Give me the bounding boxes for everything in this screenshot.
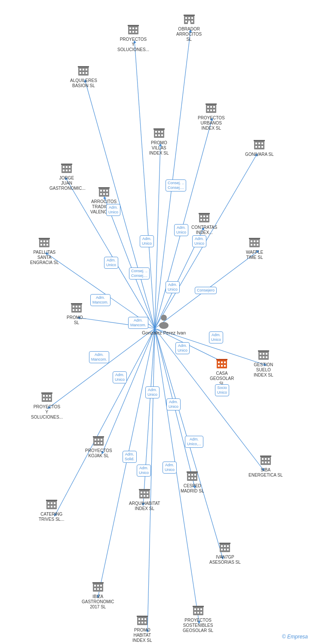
svg-rect-107 [249, 239, 260, 247]
node-proyectos-sol1[interactable]: PROYECTOSYSOLUCIONES... [117, 22, 149, 52]
role-badge-r17[interactable]: Adm.Unico [145, 386, 160, 398]
role-badge-r6[interactable]: Adm.Unico [104, 257, 118, 269]
node-ibiza[interactable]: IBIZAGASTRONOMIC2017 SL [82, 580, 114, 610]
node-gonivara[interactable]: GONIVARA SL [245, 137, 274, 157]
svg-rect-63 [255, 146, 257, 148]
svg-rect-205 [141, 618, 143, 620]
svg-rect-119 [73, 309, 74, 311]
node-promo-habitat[interactable]: PROMOHABITATINDEX SL [132, 613, 152, 643]
role-badge-r13[interactable]: Adm.Unico [209, 331, 223, 343]
role-badge-r8[interactable]: Adm.Unico [166, 281, 180, 293]
building-icon-waffle [248, 235, 261, 249]
node-ivan7gp[interactable]: IVAN7GPASESORIAS SL [209, 540, 241, 565]
svg-rect-77 [158, 131, 160, 133]
svg-rect-78 [161, 131, 163, 133]
node-proyectos-sol2[interactable]: PROYECTOSYSOLUCIONES... [31, 390, 63, 420]
role-badge-r11[interactable]: Adm.Mancom. [128, 317, 148, 329]
node-label-contratas: CONTRATASINDEX... [191, 225, 217, 235]
graph-container: Gonzalez Perez Ivan OBRADORARROCITOSSL [0, 0, 313, 644]
node-label-proyectos-sol2: PROYECTOSYSOLUCIONES... [31, 404, 63, 420]
node-jorge-juan[interactable]: JORGEJUANGASTRONOMIC... [49, 161, 84, 191]
role-badge-r12[interactable]: Adm.Mancom. [89, 351, 109, 363]
role-badge-r4[interactable]: Adm.Unico [174, 224, 188, 236]
svg-rect-203 [137, 617, 147, 625]
svg-rect-192 [224, 549, 226, 550]
building-icon-promo-sl [70, 301, 83, 314]
node-promo-villas[interactable]: PROMOVILLASINDEX SL [149, 126, 169, 156]
role-badge-r2[interactable]: Adm.Unico [140, 235, 154, 247]
node-proyectos-kojak[interactable]: PROYECTOSKOJAK SL [85, 434, 112, 459]
svg-rect-147 [93, 437, 104, 446]
svg-rect-51 [206, 104, 216, 113]
svg-rect-198 [100, 585, 102, 586]
svg-rect-62 [261, 143, 263, 144]
node-waffle[interactable]: WAFFLETIME SL [246, 235, 263, 260]
svg-rect-50 [78, 66, 89, 67]
svg-rect-208 [141, 622, 143, 623]
svg-rect-109 [254, 240, 255, 242]
node-label-ibiza: IBIZAGASTRONOMIC2017 SL [82, 594, 114, 610]
building-icon-promo-habitat [135, 613, 149, 627]
node-paellitas[interactable]: PAELLITASSANTAENGRACIA SL [30, 235, 59, 265]
svg-rect-175 [262, 462, 264, 463]
node-alquileres[interactable]: ALQUILERESBASION SL [70, 64, 97, 88]
svg-rect-161 [147, 495, 148, 497]
role-badge-r18[interactable]: Adm.Unico [166, 398, 181, 410]
svg-rect-176 [265, 462, 267, 463]
node-catering[interactable]: CATERINGTRIVES SL... [39, 497, 64, 522]
role-badge-r22[interactable]: Adm.Unico [163, 462, 177, 474]
svg-rect-136 [221, 365, 223, 367]
svg-rect-186 [46, 500, 57, 501]
role-badge-r16[interactable]: Adm.Unico [113, 371, 127, 383]
node-siba[interactable]: SIBAENERGETICA SL [249, 453, 282, 478]
node-gestion-suelo[interactable]: GESTIONSUELOINDEX SL [254, 348, 273, 378]
role-badge-r21[interactable]: Adm.Unico [137, 465, 151, 477]
role-badge-r15[interactable]: SocioUnico [215, 384, 229, 396]
role-badge-r5[interactable]: Adm.Unico [192, 235, 206, 247]
node-cesped[interactable]: CESPEDMADRID SL [181, 469, 204, 494]
node-label-proyectos-urb: PROYECTOSURBANOSINDEX SL [198, 115, 225, 131]
role-badge-r7[interactable]: Consej. ..Consej.... [129, 267, 150, 279]
node-obrador[interactable]: OBRADORARROCITOSSL [176, 12, 202, 42]
svg-rect-179 [46, 501, 57, 509]
center-person[interactable]: Gonzalez Perez Ivan [142, 313, 186, 336]
building-icon-gonivara [252, 137, 266, 151]
svg-rect-207 [138, 622, 140, 623]
svg-rect-173 [265, 458, 267, 460]
svg-rect-129 [266, 356, 267, 358]
role-badge-r9[interactable]: Consejero [195, 287, 217, 294]
svg-rect-89 [106, 193, 108, 195]
svg-rect-154 [93, 436, 104, 437]
node-arquihabitat[interactable]: ARQUIHABITATINDEX SL [129, 486, 160, 511]
role-badge-r19[interactable]: Adm.Unico,... [185, 436, 203, 448]
svg-rect-170 [187, 471, 198, 473]
svg-rect-76 [155, 131, 157, 133]
node-promo-sl[interactable]: PROMO...SL [67, 301, 86, 325]
person-icon [156, 313, 172, 329]
svg-rect-140 [43, 395, 45, 397]
svg-rect-80 [158, 134, 160, 136]
svg-rect-64 [258, 146, 260, 148]
role-badge-r14[interactable]: Adm.Unico [175, 342, 190, 354]
role-badge-r1[interactable]: Adm.Unico [106, 204, 120, 216]
role-badge-r10[interactable]: Adm.Mancom. [90, 294, 110, 306]
svg-rect-48 [83, 72, 84, 74]
node-label-cesped: CESPEDMADRID SL [181, 483, 204, 494]
node-casa-geosolar[interactable]: CASAGEOSOLARSL [210, 356, 234, 386]
building-icon-arquihabitat [138, 486, 151, 500]
svg-rect-55 [207, 109, 209, 111]
svg-rect-124 [260, 353, 261, 355]
svg-rect-182 [54, 502, 55, 504]
building-icon-paellitas [37, 235, 51, 249]
role-badge-r20[interactable]: Adm.Solid. [123, 451, 137, 463]
role-badge-r3[interactable]: Consej. ..Consej.... [166, 179, 186, 191]
svg-rect-86 [106, 190, 108, 191]
node-label-obrador: OBRADORARROCITOSSL [176, 27, 202, 42]
node-proyectos-sos[interactable]: PROYECTOSSOSTENIBLESGEOSOLAR SL [183, 603, 213, 633]
building-icon-arrocitos [97, 185, 111, 198]
node-label-alquileres: ALQUILERESBASION SL [70, 78, 97, 88]
svg-rect-59 [254, 141, 264, 149]
node-contratas[interactable]: CONTRATASINDEX... [191, 210, 217, 235]
node-proyectos-urb[interactable]: PROYECTOSURBANOSINDEX SL [198, 101, 225, 131]
svg-rect-165 [191, 474, 193, 476]
